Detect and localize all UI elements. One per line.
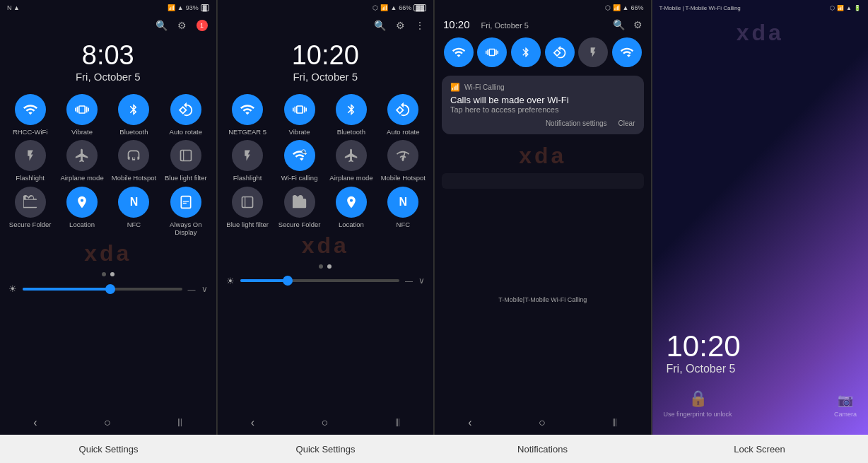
notif-settings-button[interactable]: Notification settings [546, 119, 607, 127]
qi-flashlight[interactable] [578, 37, 608, 67]
lock-fingerprint[interactable]: 🔒 Use fingerprint to unlock [664, 389, 732, 418]
caption-4: Lock Screen [651, 444, 868, 455]
home-button-1[interactable]: ○ [104, 416, 111, 429]
caption-2: Quick Settings [217, 444, 434, 455]
tile-nfc-2[interactable]: N NFC [379, 187, 428, 228]
search-icon-1[interactable]: 🔍 [156, 20, 168, 31]
svg-rect-3 [183, 201, 189, 201]
wifi-status-icon-1: 📶 [168, 4, 175, 11]
search-icon-3[interactable]: 🔍 [613, 19, 625, 30]
brightness-low-icon-2: ☀ [226, 276, 235, 286]
brightness-row-2[interactable]: ☀ — ∨ [218, 271, 434, 291]
qi-wifi[interactable] [444, 37, 474, 67]
tile-rhcc-wifi[interactable]: RHCC-WiFi [6, 94, 54, 136]
tile-icon-secure-2 [284, 187, 315, 218]
more-icon-2[interactable]: ⋮ [415, 20, 425, 31]
panel-quick-settings-2: ⬡ 📶 ▲ 66% ▓▓ 🔍 ⚙ ⋮ 10:20 Fri, October 5 … [218, 0, 435, 435]
tile-location-1[interactable]: Location [57, 187, 106, 237]
lock-bt-icon: ⬡ [830, 5, 835, 11]
search-icon-2[interactable]: 🔍 [374, 20, 386, 31]
tile-label-nfc-2: NFC [397, 221, 411, 228]
tile-location-2[interactable]: Location [327, 187, 375, 228]
qi-bluetooth[interactable] [511, 37, 541, 67]
tile-nfc-1[interactable]: N NFC [110, 187, 158, 237]
qi-rotate[interactable] [545, 37, 575, 67]
tile-autorotate-1[interactable]: Auto rotate [161, 94, 210, 136]
notif-header-icons: 🔍 ⚙ [613, 19, 643, 30]
time-block-2: 10:20 Fri, October 5 [218, 35, 434, 94]
tile-label-bluetooth-2: Bluetooth [337, 128, 365, 136]
svg-text:📞: 📞 [303, 151, 306, 154]
qs-toolbar-2: 🔍 ⚙ ⋮ [218, 16, 434, 35]
tile-secure-1[interactable]: Secure Folder [6, 187, 54, 237]
notif-clear-button[interactable]: Clear [618, 119, 635, 127]
fingerprint-icon[interactable]: 🔒 [688, 389, 708, 408]
recent-button-1[interactable]: ⫴ [177, 416, 182, 429]
settings-icon-2[interactable]: ⚙ [396, 20, 405, 31]
tile-secure-2[interactable]: Secure Folder [275, 187, 324, 228]
tile-vibrate-2[interactable]: Vibrate [275, 94, 324, 136]
battery-icon-1: 93% [186, 4, 199, 11]
tile-label-netgear: NETGEAR 5 [228, 128, 266, 136]
tile-hotspot-2[interactable]: Mobile Hotspot [379, 140, 428, 182]
brightness-row-1[interactable]: ☀ — ∨ [0, 279, 216, 298]
tile-icon-autorotate-2 [387, 94, 418, 125]
lock-camera[interactable]: 📷 Camera [834, 392, 857, 418]
brightness-expand-icon-1[interactable]: ∨ [201, 284, 208, 294]
notif-header: 10:20 Fri, October 5 🔍 ⚙ [435, 16, 651, 33]
brightness-auto-icon-1: — [188, 285, 196, 293]
xda-watermark-3: xda [435, 139, 651, 172]
tile-icon-flashlight-1 [15, 140, 46, 171]
tile-flashlight-2[interactable]: Flashlight [223, 140, 272, 182]
notification-card[interactable]: 📶 Wi-Fi Calling Calls will be made over … [442, 76, 644, 134]
tile-hotspot-1[interactable]: Mobile Hotspot [110, 140, 158, 182]
tile-label-autorotate-1: Auto rotate [170, 128, 202, 136]
svg-rect-2 [181, 196, 190, 208]
back-button-3[interactable]: ‹ [468, 416, 471, 429]
tile-icon-nfc-2: N [387, 187, 418, 218]
tile-airplane-1[interactable]: Airplane mode [57, 140, 106, 182]
back-button-2[interactable]: ‹ [251, 416, 254, 429]
signal-icon-3: ▲ [623, 4, 629, 11]
tile-vibrate-1[interactable]: Vibrate [57, 94, 106, 136]
tile-wificalling[interactable]: 📞 Wi-Fi calling [275, 140, 324, 182]
brightness-thumb-1[interactable] [105, 284, 115, 294]
tile-label-bluelight-1: Blue light filter [165, 174, 207, 182]
dots-row-1 [0, 269, 216, 279]
settings-icon-3[interactable]: ⚙ [633, 19, 643, 30]
tile-icon-vibrate-1 [66, 94, 98, 125]
settings-icon-1[interactable]: ⚙ [177, 20, 187, 31]
bt-status-icon-3: ⬡ [605, 4, 611, 11]
tile-airplane-2[interactable]: Airplane mode [327, 140, 375, 182]
back-button-1[interactable]: ‹ [33, 416, 37, 429]
qi-wificalling[interactable] [612, 37, 642, 67]
qi-vibrate[interactable] [477, 37, 507, 67]
qs-toolbar-1: 🔍 ⚙ 1 [0, 16, 216, 35]
tile-bluetooth-1[interactable]: Bluetooth [110, 94, 158, 136]
brightness-track-2[interactable] [240, 279, 400, 282]
tile-netgear[interactable]: NETGEAR 5 [223, 94, 272, 136]
tile-autorotate-2[interactable]: Auto rotate [379, 94, 428, 136]
brightness-expand-icon-2[interactable]: ∨ [418, 276, 425, 286]
notif-body: Tap here to access preferences [450, 105, 635, 114]
tile-icon-airplane-2 [336, 140, 367, 171]
brightness-track-1[interactable] [23, 288, 182, 291]
camera-icon[interactable]: 📷 [838, 392, 853, 408]
camera-label: Camera [834, 411, 857, 418]
lock-status-right: ⬡ 📶 ▲ 🔋 [830, 5, 861, 11]
signal-icon-2: ▲ [390, 4, 397, 11]
tile-bluelight-2[interactable]: Blue light filter [223, 187, 272, 228]
status-right-2: ⬡ 📶 ▲ 66% ▓▓ [373, 4, 426, 11]
home-button-3[interactable]: ○ [539, 416, 546, 429]
xda-watermark-4: xda [652, 16, 869, 49]
tile-icon-location-1 [66, 187, 98, 218]
recent-button-3[interactable]: ⫴ [612, 416, 617, 429]
tile-bluelight-1[interactable]: Blue light filter [161, 140, 210, 182]
recent-button-2[interactable]: ⫴ [395, 416, 400, 429]
battery-icon-2: 66% [399, 4, 411, 11]
tile-flashlight-1[interactable]: Flashlight [6, 140, 54, 182]
tile-aod-1[interactable]: Always On Display [161, 187, 210, 237]
home-button-2[interactable]: ○ [322, 416, 329, 429]
tile-bluetooth-2[interactable]: Bluetooth [327, 94, 375, 136]
brightness-thumb-2[interactable] [283, 276, 293, 286]
